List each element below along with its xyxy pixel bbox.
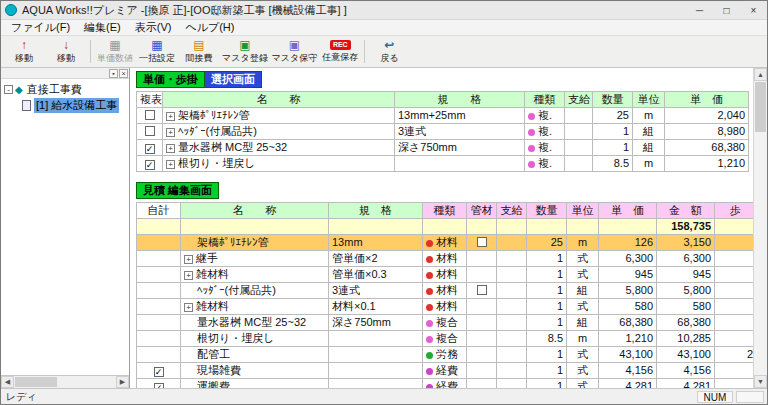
t1-column-header-0[interactable]: 複表 [137, 92, 163, 108]
t2-column-header-3[interactable]: 種類 [423, 203, 467, 219]
unit-price-cell[interactable]: 6,300 [599, 251, 657, 267]
checkbox[interactable] [145, 110, 155, 120]
name-cell[interactable]: +ﾍｯﾀﾞｰ(付属品共) [163, 124, 395, 140]
scroll-thumb[interactable] [15, 377, 57, 387]
unit-price-cell[interactable]: 68,380 [599, 315, 657, 331]
spec-cell[interactable] [329, 379, 423, 389]
pipe-material-cell[interactable] [467, 299, 497, 315]
t2-column-header-10[interactable]: 歩 [715, 203, 757, 219]
estimate-row[interactable]: 架橋ﾎﾟﾘｴﾁﾚﾝ管13mm材料25m1263,150 [137, 235, 757, 251]
quantity-cell[interactable]: 1 [527, 299, 567, 315]
tree-node-label-selected[interactable]: [1] 給水設備工事 [34, 98, 119, 113]
menu-item-2[interactable]: 表示(V) [128, 19, 179, 36]
name-cell[interactable]: +架橋ﾎﾟﾘｴﾁﾚﾝ管 [163, 108, 395, 124]
quantity-cell[interactable]: 1 [527, 363, 567, 379]
quantity-cell[interactable]: 1 [527, 283, 567, 299]
quantity-cell[interactable]: 1 [593, 124, 633, 140]
quantity-cell[interactable]: 8.5 [593, 156, 633, 172]
menu-item-0[interactable]: ファイル(F) [4, 19, 77, 36]
self-calc-cell[interactable] [137, 315, 181, 331]
expand-icon[interactable]: + [166, 144, 175, 153]
pipe-material-cell[interactable] [467, 283, 497, 299]
t2-column-header-0[interactable]: 自計 [137, 203, 181, 219]
t1-column-header-3[interactable]: 種類 [525, 92, 565, 108]
spec-cell[interactable]: 3連式 [329, 283, 423, 299]
estimate-row[interactable]: +継手管単価×2材料1式6,3006,300 [137, 251, 757, 267]
unit-cell[interactable]: 式 [567, 379, 599, 389]
pipe-material-cell[interactable] [467, 363, 497, 379]
unit-price-cell[interactable]: 580 [599, 299, 657, 315]
t2-column-header-9[interactable]: 金 額 [657, 203, 715, 219]
scroll-up-icon[interactable]: ▲ [754, 68, 767, 81]
unit-cell[interactable]: 組 [567, 283, 599, 299]
name-cell[interactable]: +雑材料 [181, 267, 329, 283]
scroll-track[interactable] [58, 376, 116, 388]
pin-icon[interactable]: ▪ [109, 69, 118, 78]
name-cell[interactable]: +根切り・埋戻し [163, 156, 395, 172]
unit-price-cell[interactable]: 4,156 [599, 363, 657, 379]
unit-cell[interactable]: 式 [567, 363, 599, 379]
duplicate-flag-cell[interactable]: ✓ [137, 156, 163, 172]
spec-cell[interactable]: 深さ750mm [395, 140, 525, 156]
tree-node-water-supply[interactable]: [1] 給水設備工事 [1, 97, 129, 113]
estimate-row[interactable]: ﾍｯﾀﾞｰ(付属品共)3連式材料1組5,8005,800 [137, 283, 757, 299]
estimate-row[interactable]: +雑材料材料×0.1材料1式580580 [137, 299, 757, 315]
duplicate-flag-cell[interactable] [137, 124, 163, 140]
t2-column-header-2[interactable]: 規 格 [329, 203, 423, 219]
maximize-button[interactable]: □ [713, 1, 740, 19]
self-calc-cell[interactable] [137, 251, 181, 267]
unit-price-cell[interactable]: 1,210 [599, 331, 657, 347]
quantity-cell[interactable]: 1 [527, 251, 567, 267]
spec-cell[interactable]: 管単価×2 [329, 251, 423, 267]
spec-cell[interactable]: 13mm+25mm [395, 108, 525, 124]
unit-cell[interactable]: m [567, 331, 599, 347]
toolbar-move-down-button[interactable]: ↓移動 [45, 37, 87, 66]
quantity-cell[interactable]: 1 [527, 347, 567, 363]
collapse-icon[interactable]: - [4, 85, 13, 94]
expand-icon[interactable]: + [184, 271, 193, 280]
name-cell[interactable]: 現場雑費 [181, 363, 329, 379]
duplicate-flag-cell[interactable]: ✓ [137, 140, 163, 156]
name-cell[interactable]: +継手 [181, 251, 329, 267]
toolbar-master-hoshu-button[interactable]: ▣マスタ保守 [270, 37, 320, 66]
t1-column-header-1[interactable]: 名 称 [163, 92, 395, 108]
estimate-row[interactable]: 量水器桝 MC型 25~32深さ750mm複合1組68,38068,380 [137, 315, 757, 331]
checkbox[interactable] [477, 285, 487, 295]
scroll-down-icon[interactable]: ▼ [754, 375, 767, 388]
minimize-button[interactable]: ─ [686, 1, 713, 19]
name-cell[interactable]: 運搬費 [181, 379, 329, 389]
unit-price-cell[interactable]: 8,980 [665, 124, 749, 140]
checkbox[interactable] [477, 237, 487, 247]
expand-icon[interactable]: + [166, 128, 175, 137]
tree-node-label[interactable]: 直接工事費 [25, 82, 84, 97]
unitprice-row[interactable]: +架橋ﾎﾟﾘｴﾁﾚﾝ管13mm+25mm複.25m2,040 [137, 108, 749, 124]
unitprice-row[interactable]: ✓+根切り・埋戻し複.8.5m1,210 [137, 156, 749, 172]
t2-column-header-5[interactable]: 支給 [497, 203, 527, 219]
unitprice-row[interactable]: +ﾍｯﾀﾞｰ(付属品共)3連式複.1組8,980 [137, 124, 749, 140]
menu-item-1[interactable]: 編集(E) [77, 19, 128, 36]
expand-icon[interactable]: + [166, 112, 175, 121]
toolbar-tanka-suchi-button[interactable]: ▦単価数値 [94, 37, 136, 66]
expand-icon[interactable]: + [166, 160, 175, 169]
t2-column-header-1[interactable]: 名 称 [181, 203, 329, 219]
quantity-cell[interactable]: 1 [527, 379, 567, 389]
unit-price-cell[interactable]: 5,800 [599, 283, 657, 299]
vscroll-thumb[interactable] [755, 82, 766, 132]
spec-cell[interactable] [329, 331, 423, 347]
unit-cell[interactable]: 式 [567, 299, 599, 315]
unit-cell[interactable]: m [567, 235, 599, 251]
unit-cell[interactable]: 組 [633, 124, 665, 140]
self-calc-cell[interactable]: ✓ [137, 379, 181, 389]
estimate-row[interactable]: ✓運搬費経費1式4,2814,281 [137, 379, 757, 389]
self-calc-cell[interactable] [137, 347, 181, 363]
tree-horizontal-scrollbar[interactable]: ◀ ▶ [1, 375, 129, 388]
estimate-row[interactable]: 根切り・埋戻し複合8.5m1,21010,285 [137, 331, 757, 347]
toolbar-modoru-button[interactable]: ↩戻る [368, 37, 410, 66]
quantity-cell[interactable]: 8.5 [527, 331, 567, 347]
spec-cell[interactable]: 3連式 [395, 124, 525, 140]
scroll-right-icon[interactable]: ▶ [116, 376, 129, 388]
pipe-material-cell[interactable] [467, 379, 497, 389]
expand-icon[interactable]: + [184, 303, 193, 312]
checkbox[interactable]: ✓ [145, 160, 155, 170]
name-cell[interactable]: +量水器桝 MC型 25~32 [163, 140, 395, 156]
